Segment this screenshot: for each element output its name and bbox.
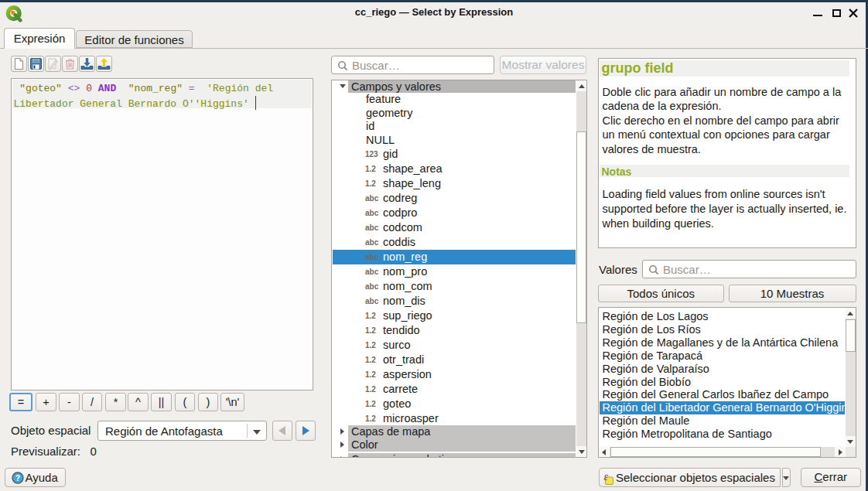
svg-text:?: ? <box>15 473 19 482</box>
svg-text:ε: ε <box>603 471 608 482</box>
